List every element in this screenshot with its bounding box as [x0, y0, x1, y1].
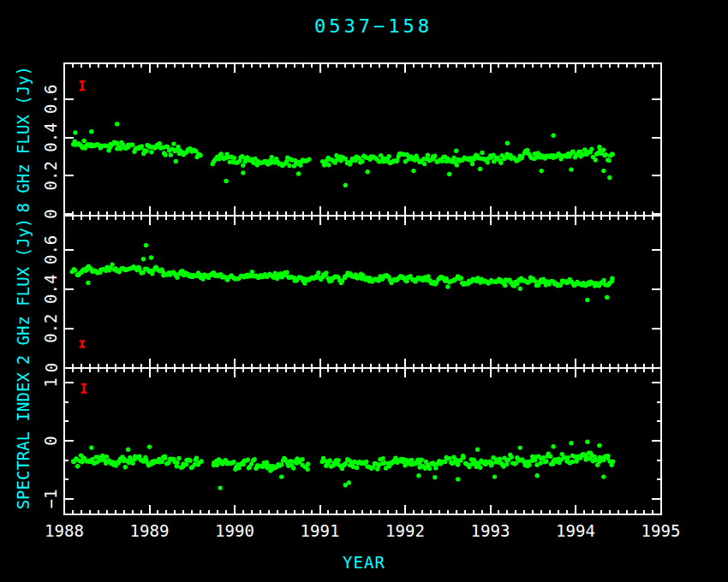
- plot-area: 0.60.40.208 GHz FLUX (Jy)0.60.40.202 GHz…: [0, 0, 728, 582]
- spectral-error-bar: [81, 384, 87, 393]
- x-tick-label: 1993: [471, 521, 510, 540]
- x-tick-label: 1992: [385, 521, 425, 540]
- flux8-points: [71, 122, 615, 187]
- x-tick-label: 1995: [641, 521, 681, 540]
- flux2-points: [70, 243, 615, 302]
- y-tick-label: 0.2: [42, 313, 61, 342]
- flux2-error-bar: [80, 341, 85, 347]
- y-axis-title-flux2: 2 GHz FLUX (Jy): [14, 218, 33, 365]
- y-tick-label: 0.4: [42, 122, 61, 151]
- y-tick-label: 0: [42, 436, 61, 445]
- flux8-error-bar: [80, 81, 85, 90]
- y-tick-label: 0.6: [42, 235, 61, 264]
- x-tick-label: 1990: [215, 521, 254, 540]
- y-tick-label: 0.6: [42, 85, 61, 114]
- light-curve-figure: 0537−158 0.60.40.208 GHz FLUX (Jy)0.60.4…: [0, 0, 728, 582]
- panel-spectral: 10−1SPECTRAL INDEX: [14, 368, 661, 515]
- y-tick-label: 0.4: [42, 275, 61, 304]
- y-tick-label: 1: [42, 377, 61, 387]
- y-tick-label: 0.2: [42, 161, 61, 190]
- flux2-ticks: [64, 216, 661, 368]
- x-tick-label: 1988: [45, 521, 84, 540]
- y-axis-title-spectral: SPECTRAL INDEX: [14, 372, 33, 510]
- spectral-points: [71, 440, 616, 490]
- x-axis-title: YEAR: [0, 553, 728, 572]
- y-axis-title-flux8: 8 GHz FLUX (Jy): [14, 66, 33, 213]
- panel-flux8: 0.60.40.208 GHz FLUX (Jy): [14, 63, 661, 219]
- panel-flux2: 0.60.40.202 GHz FLUX (Jy): [14, 216, 661, 373]
- flux8-ticks: [64, 63, 661, 216]
- y-tick-label: −1: [42, 490, 61, 509]
- x-tick-label: 1991: [301, 521, 340, 540]
- y-tick-label: 0: [42, 209, 61, 218]
- x-tick-labels: 19881989199019911992199319941995: [45, 521, 680, 540]
- x-tick-label: 1994: [556, 521, 595, 540]
- y-tick-label: 0: [42, 363, 61, 372]
- x-tick-label: 1989: [130, 521, 170, 540]
